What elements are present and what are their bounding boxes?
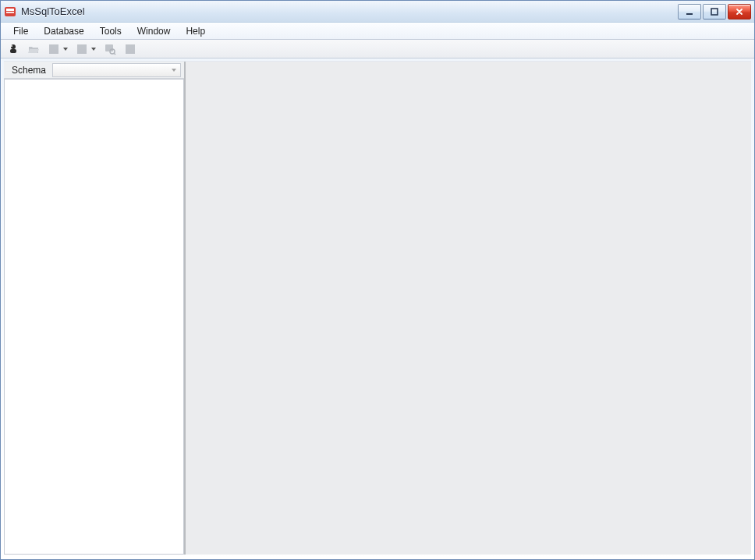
chevron-down-icon[interactable]: [90, 41, 97, 57]
titlebar: MsSqlToExcel: [1, 1, 754, 23]
svg-rect-3: [686, 13, 693, 15]
page-title: MsSqlToExcel: [21, 5, 85, 17]
schema-dropdown[interactable]: [52, 63, 181, 77]
client-area: Schema: [4, 61, 751, 555]
svg-point-5: [11, 44, 16, 49]
svg-rect-4: [711, 9, 718, 15]
import-icon[interactable]: [74, 41, 90, 57]
chevron-down-icon: [171, 65, 177, 76]
close-button[interactable]: [728, 4, 751, 19]
maximize-button[interactable]: [703, 4, 726, 19]
app-icon: [4, 5, 16, 18]
menubar: File Database Tools Window Help: [1, 23, 754, 40]
svg-rect-2: [6, 12, 14, 13]
export-split-button[interactable]: [46, 41, 69, 57]
chevron-down-icon[interactable]: [62, 41, 69, 57]
svg-rect-13: [126, 44, 135, 54]
menu-help[interactable]: Help: [178, 23, 213, 39]
svg-line-12: [114, 53, 115, 55]
open-icon[interactable]: [26, 41, 41, 57]
svg-rect-9: [77, 44, 87, 54]
schema-row: Schema: [4, 62, 184, 79]
sidebar: Schema: [4, 62, 186, 555]
svg-rect-1: [6, 9, 14, 11]
minimize-button[interactable]: [678, 4, 701, 19]
content-area: [186, 62, 751, 555]
export-icon[interactable]: [46, 41, 62, 57]
toolbar: [1, 40, 754, 58]
svg-rect-8: [49, 44, 58, 54]
menu-file[interactable]: File: [5, 23, 36, 39]
svg-point-7: [11, 45, 12, 47]
connect-icon[interactable]: [5, 41, 21, 57]
run-icon[interactable]: [122, 41, 138, 57]
window-controls: [676, 4, 751, 19]
svg-rect-10: [105, 44, 113, 51]
schema-tree[interactable]: [4, 79, 184, 555]
query-icon[interactable]: [102, 41, 118, 57]
app-window: MsSqlToExcel File Database Tools Window …: [0, 0, 755, 560]
menu-window[interactable]: Window: [129, 23, 179, 39]
menu-database[interactable]: Database: [36, 23, 91, 39]
svg-rect-6: [10, 49, 16, 53]
menu-tools[interactable]: Tools: [92, 23, 129, 39]
schema-label: Schema: [12, 65, 46, 76]
import-split-button[interactable]: [74, 41, 97, 57]
